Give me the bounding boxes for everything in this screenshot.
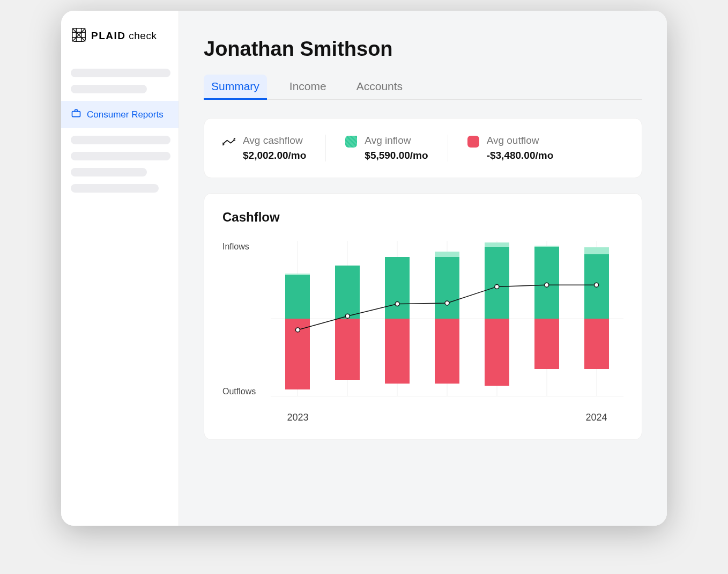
chart-title: Cashflow [222,210,623,225]
sidebar-skeleton [71,85,147,93]
outflow-bar [335,319,360,380]
sidebar-item-consumer-reports[interactable]: Consumer Reports [61,101,179,128]
sidebar-skeleton [71,168,147,176]
sidebar-skeleton [71,136,170,144]
x-axis-ticks: 2023 2024 [271,412,623,423]
x-tick-first: 2023 [273,412,323,423]
stat-value: $2,002.00/mo [243,150,306,161]
outflow-bar [584,319,609,369]
stats-card: Avg cashflow $2,002.00/mo Avg inflow $5,… [204,118,642,178]
sidebar-skeleton [71,152,170,160]
tab-accounts[interactable]: Accounts [349,75,410,99]
page-title: Jonathan Smithson [204,38,642,61]
plaid-logo-icon [71,27,87,45]
inflow-bar [285,275,310,319]
brand-text: PLAID check [91,30,157,42]
stat-cashflow: Avg cashflow $2,002.00/mo [222,135,326,161]
inflow-bar [485,247,509,319]
stat-outflow: Avg outflow -$3,480.00/mo [467,135,554,161]
stat-value: $5,590.00/mo [365,150,428,161]
inflow-swatch-icon [345,136,357,148]
outflow-bar [385,319,410,384]
cashflow-chart: Inflows Outflows 2023 2024 [222,236,623,423]
sidebar: PLAID check Consumer Reports [61,11,179,526]
sidebar-item-label: Consumer Reports [87,109,164,120]
briefcase-icon [71,108,81,121]
cashflow-chart-card: Cashflow Inflows Outflows 2023 2024 [204,193,642,440]
outflow-swatch-icon [467,136,479,148]
sidebar-skeleton [71,184,159,193]
x-tick-last: 2024 [571,412,621,423]
outflow-bar [485,319,509,386]
tab-summary[interactable]: Summary [204,75,267,99]
stat-label: Avg inflow [365,135,428,146]
inflow-bar [335,266,360,318]
app-window: PLAID check Consumer Reports Jonathan Sm… [61,11,667,526]
y-axis-label-top: Inflows [222,242,249,252]
outflow-bar [285,319,310,389]
inflow-bar [385,257,410,318]
inflow-bar [534,247,559,319]
y-axis-label-bottom: Outflows [222,387,256,396]
svg-rect-1 [72,112,80,117]
stat-label: Avg cashflow [243,135,306,146]
line-chart-icon [222,136,235,149]
inflow-bar [435,257,459,318]
tabs: Summary Income Accounts [204,75,642,100]
inflow-bar [584,254,609,318]
outflow-bar [534,319,559,369]
main-content: Jonathan Smithson Summary Income Account… [179,11,667,526]
stat-inflow: Avg inflow $5,590.00/mo [345,135,448,161]
outflow-bar [435,319,459,384]
svg-point-3 [234,138,235,140]
tab-income[interactable]: Income [282,75,334,99]
stat-label: Avg outflow [487,135,554,146]
svg-point-2 [222,143,224,145]
stat-value: -$3,480.00/mo [487,150,554,161]
sidebar-skeleton [71,69,170,77]
brand-logo: PLAID check [61,27,179,61]
